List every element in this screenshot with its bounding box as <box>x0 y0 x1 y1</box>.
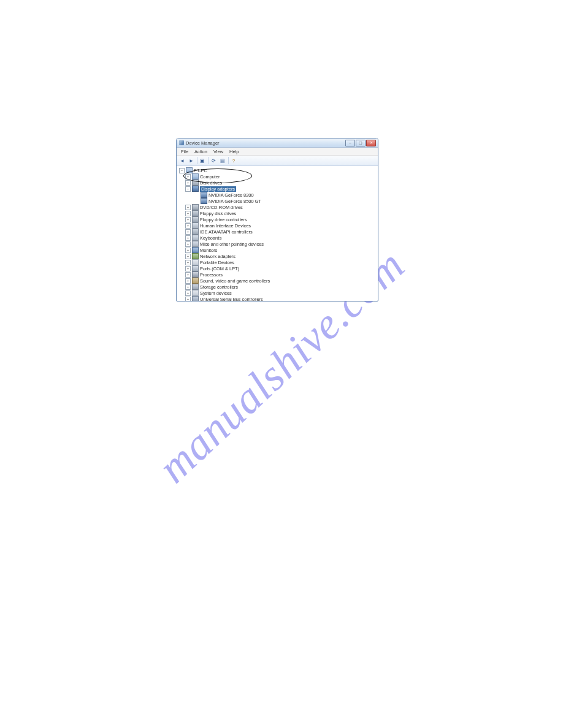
expand-icon[interactable]: + <box>185 260 191 265</box>
tree-item-processors[interactable]: + Processors <box>179 271 378 278</box>
tree-item-label: NVIDIA GeForce 8200 <box>209 192 254 198</box>
maximize-button[interactable]: ▢ <box>356 140 366 146</box>
disk-icon <box>192 229 199 235</box>
expand-icon[interactable]: + <box>185 278 191 284</box>
mouse-icon <box>192 241 199 247</box>
tree-item-label: Processors <box>200 272 223 278</box>
computer-icon <box>192 173 199 180</box>
tree-item-usb[interactable]: + Universal Serial Bus controllers <box>179 296 378 301</box>
toolbar-separator <box>197 157 197 164</box>
tree-item-portable[interactable]: + Portable Devices <box>179 259 378 265</box>
expand-icon[interactable]: + <box>185 180 191 186</box>
tree-item-label: IDE ATA/ATAPI controllers <box>200 229 253 235</box>
expand-icon[interactable]: + <box>185 211 191 216</box>
close-button[interactable]: ✕ <box>366 140 376 146</box>
tree-item-computer[interactable]: + Computer <box>179 173 378 180</box>
expand-icon[interactable]: + <box>185 241 191 247</box>
disk-icon <box>192 204 199 210</box>
tree-item-network[interactable]: + Network adapters <box>179 253 378 259</box>
back-button[interactable]: ◄ <box>178 157 187 164</box>
tree-item-gpu-1[interactable]: NVIDIA GeForce 8500 GT <box>179 198 378 204</box>
tree-item-label: Universal Serial Bus controllers <box>200 297 263 302</box>
app-icon <box>179 140 184 145</box>
menu-help[interactable]: Help <box>228 149 240 154</box>
tree-item-label: Floppy disk drives <box>200 211 236 216</box>
menu-file[interactable]: File <box>179 149 190 154</box>
tree-item-monitors[interactable]: + Monitors <box>179 247 378 253</box>
computer-icon <box>186 167 193 173</box>
hid-icon <box>192 222 199 229</box>
toolbar: ◄ ► ▣ ⟳ ▤ ? <box>177 156 378 166</box>
network-icon <box>192 253 199 259</box>
titlebar[interactable]: Device Manager – ▢ ✕ <box>177 138 378 148</box>
tree-item-dvd[interactable]: + DVD/CD-ROM drives <box>179 204 378 210</box>
expand-icon[interactable]: − <box>185 186 191 192</box>
tree-item-label: Monitors <box>200 248 217 253</box>
tree-item-label: Disk drives <box>200 180 222 186</box>
tree-item-display-adapters[interactable]: − Display adapters <box>179 186 378 192</box>
properties-button[interactable]: ▣ <box>198 157 207 164</box>
tree-item-label: NVIDIA GeForce 8500 GT <box>209 199 261 204</box>
expand-icon[interactable]: + <box>185 235 191 241</box>
port-icon <box>192 265 199 271</box>
expand-icon[interactable]: + <box>185 290 191 296</box>
menubar: File Action View Help <box>177 148 378 156</box>
tree-item-label: Network adapters <box>200 254 236 259</box>
expand-icon[interactable]: + <box>185 223 191 229</box>
tree-item-label: Storage controllers <box>200 284 238 290</box>
expand-icon[interactable]: − <box>179 168 185 173</box>
tree-item-sound[interactable]: + Sound, video and game controllers <box>179 278 378 284</box>
tree-spacer <box>195 193 201 197</box>
tree-item-system[interactable]: + System devices <box>179 290 378 296</box>
toolbar-separator <box>208 157 209 164</box>
expand-icon[interactable]: + <box>185 205 191 210</box>
toolbar-separator <box>228 157 229 164</box>
tree-item-mice[interactable]: + Mice and other pointing devices <box>179 241 378 247</box>
usb-icon <box>192 296 199 301</box>
minimize-button[interactable]: – <box>345 140 355 146</box>
processor-icon <box>192 271 199 278</box>
expand-icon[interactable]: + <box>185 272 191 278</box>
tree-item-label-selected: Display adapters <box>200 186 236 192</box>
tree-root[interactable]: − PT-PC <box>179 167 378 173</box>
menu-action[interactable]: Action <box>193 149 209 154</box>
expand-icon[interactable]: + <box>185 217 191 222</box>
tree-item-label: Mice and other pointing devices <box>200 241 264 247</box>
tree-item-storage[interactable]: + Storage controllers <box>179 284 378 290</box>
scan-button[interactable]: ⟳ <box>209 157 218 164</box>
tree-item-ports[interactable]: + Ports (COM & LPT) <box>179 265 378 271</box>
tree-spacer <box>195 199 201 203</box>
tree-item-keyboards[interactable]: + Keyboards <box>179 235 378 241</box>
gpu-icon <box>201 192 207 198</box>
expand-icon[interactable]: + <box>185 174 191 180</box>
menu-view[interactable]: View <box>212 149 225 154</box>
device-manager-window: Device Manager – ▢ ✕ File Action View He… <box>176 138 378 301</box>
expand-icon[interactable]: + <box>185 248 191 253</box>
tree-item-label: Ports (COM & LPT) <box>200 266 239 271</box>
system-icon <box>192 290 199 296</box>
tree-item-label: Human Interface Devices <box>200 223 251 229</box>
gpu-icon <box>201 198 207 204</box>
tree-item-disk-drives[interactable]: + Disk drives <box>179 180 378 186</box>
disk-icon <box>192 216 199 222</box>
update-button[interactable]: ▤ <box>218 157 228 164</box>
portable-icon <box>192 259 199 265</box>
tree-item-label: System devices <box>200 290 232 296</box>
forward-button[interactable]: ► <box>187 157 196 164</box>
expand-icon[interactable]: + <box>185 284 191 290</box>
tree-item-hid[interactable]: + Human Interface Devices <box>179 222 378 229</box>
window-title: Device Manager <box>186 140 220 146</box>
tree-root-label: PT-PC <box>194 168 207 173</box>
expand-icon[interactable]: + <box>185 266 191 271</box>
tree-item-ide[interactable]: + IDE ATA/ATAPI controllers <box>179 229 378 235</box>
storage-icon <box>192 284 199 290</box>
expand-icon[interactable]: + <box>185 297 191 302</box>
tree-item-gpu-0[interactable]: NVIDIA GeForce 8200 <box>179 192 378 198</box>
keyboard-icon <box>192 235 199 241</box>
tree-item-label: Computer <box>200 174 220 180</box>
tree-item-floppy-controllers[interactable]: + Floppy drive controllers <box>179 216 378 222</box>
expand-icon[interactable]: + <box>185 254 191 259</box>
help-button[interactable]: ? <box>229 157 239 164</box>
tree-item-floppy-drives[interactable]: + Floppy disk drives <box>179 210 378 216</box>
expand-icon[interactable]: + <box>185 229 191 235</box>
